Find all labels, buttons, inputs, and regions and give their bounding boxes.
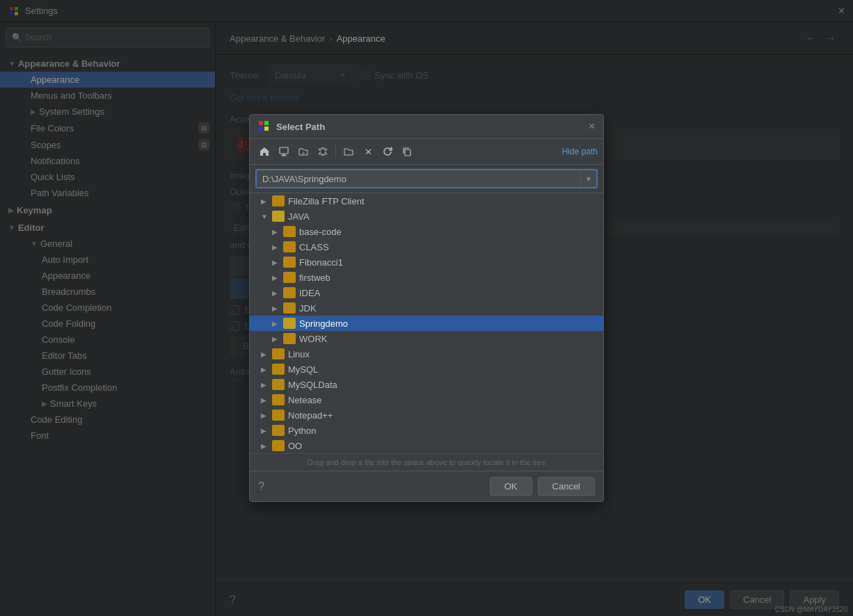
svg-rect-12 — [281, 156, 287, 156]
path-dropdown-button[interactable]: ▼ — [580, 170, 596, 187]
expand-arrow-icon: ▶ — [272, 259, 283, 266]
expand-arrow-icon: ▶ — [261, 350, 272, 358]
toolbar-new-folder-button[interactable] — [340, 143, 358, 160]
toolbar-folder-button[interactable]: + — [294, 143, 312, 160]
expand-arrow-icon: ▶ — [272, 243, 283, 251]
folder-icon — [272, 425, 285, 436]
tree-item-label: WORK — [299, 334, 327, 344]
tree-item-label: firstweb — [299, 273, 330, 283]
expand-arrow-icon: ▶ — [272, 289, 283, 297]
tree-item-label: OO — [288, 441, 302, 451]
folder-icon — [283, 287, 296, 298]
tree-item-label: JAVA — [288, 211, 310, 222]
svg-rect-14 — [405, 149, 410, 156]
svg-rect-10 — [280, 147, 288, 154]
tree-item-label: Linux — [288, 349, 310, 359]
tree-item-fibonacci1[interactable]: ▶ Fibonacci1 — [250, 254, 603, 270]
expand-arrow-icon: ▶ — [261, 381, 272, 389]
svg-rect-6 — [259, 121, 263, 125]
tree-item-label: FileZilla FTP Client — [288, 196, 365, 206]
folder-icon — [283, 257, 296, 268]
dialog-ok-button[interactable]: OK — [490, 477, 532, 496]
expand-arrow-icon: ▼ — [261, 213, 272, 220]
folder-icon — [283, 272, 296, 283]
folder-icon — [283, 226, 296, 237]
path-input-box: ▼ — [255, 169, 598, 188]
tree-item-springdemo[interactable]: ▶ Springdemo — [250, 316, 603, 331]
tree-item-base-code[interactable]: ▶ base-code — [250, 224, 603, 239]
tree-item-linux[interactable]: ▶ Linux — [250, 346, 603, 362]
expand-arrow-icon: ▶ — [261, 427, 272, 435]
path-input[interactable] — [257, 174, 580, 184]
toolbar-expand-button[interactable] — [314, 143, 332, 160]
toolbar-home-button[interactable] — [255, 143, 273, 160]
folder-icon — [272, 394, 285, 405]
svg-rect-9 — [264, 127, 269, 131]
svg-rect-7 — [264, 121, 269, 125]
tree-item-label: Notepad++ — [288, 410, 333, 421]
folder-icon — [272, 211, 285, 222]
tree-item-idea[interactable]: ▶ IDEA — [250, 285, 603, 300]
expand-arrow-icon: ▶ — [261, 412, 272, 419]
folder-icon — [283, 241, 296, 252]
tree-item-netease[interactable]: ▶ Netease — [250, 392, 603, 407]
toolbar-desktop-button[interactable] — [275, 143, 293, 160]
dialog-title: Select Path — [276, 122, 589, 132]
expand-arrow-icon: ▶ — [261, 442, 272, 450]
folder-icon — [283, 302, 296, 314]
dialog-help-icon[interactable]: ? — [258, 480, 264, 493]
dialog-overlay: Select Path × + — [0, 0, 853, 616]
expand-arrow-icon: ▶ — [272, 335, 283, 343]
expand-arrow-icon: ▶ — [261, 366, 272, 373]
folder-icon — [283, 318, 296, 329]
tree-item-mysqldata[interactable]: ▶ MySQLData — [250, 377, 603, 392]
folder-icon — [272, 348, 285, 359]
tree-item-label: IDEA — [299, 288, 320, 298]
tree-item-mysql[interactable]: ▶ MySQL — [250, 362, 603, 377]
dialog-footer: ? OK Cancel — [250, 471, 603, 501]
folder-icon — [272, 440, 285, 451]
tree-item-notepadpp[interactable]: ▶ Notepad++ — [250, 407, 603, 423]
folder-icon — [272, 410, 285, 421]
tree-item-label: CLASS — [299, 242, 329, 252]
svg-rect-8 — [259, 127, 263, 131]
tree-item-filezilla[interactable]: ▶ FileZilla FTP Client — [250, 193, 603, 209]
tree-item-oo[interactable]: ▶ OO — [250, 438, 603, 453]
hide-path-button[interactable]: Hide path — [562, 147, 598, 156]
dialog-cancel-button[interactable]: Cancel — [538, 477, 595, 496]
toolbar-refresh-button[interactable] — [378, 143, 397, 160]
tree-item-python[interactable]: ▶ Python — [250, 423, 603, 438]
svg-text:+: + — [302, 150, 305, 156]
dialog-toolbar: + ✕ Hide path — [250, 139, 603, 165]
main-window: Settings × 🔍 ▼ Appearance & Behavior App… — [0, 0, 853, 616]
dialog-app-icon — [258, 120, 271, 133]
select-path-dialog: Select Path × + — [249, 114, 604, 502]
tree-item-label: Fibonacci1 — [299, 257, 343, 268]
tree-item-label: JDK — [299, 303, 317, 314]
tree-item-java[interactable]: ▼ JAVA — [250, 209, 603, 224]
tree-item-firstweb[interactable]: ▶ firstweb — [250, 270, 603, 285]
folder-icon — [272, 379, 285, 390]
expand-arrow-icon: ▶ — [272, 320, 283, 327]
tree-item-class[interactable]: ▶ CLASS — [250, 239, 603, 254]
tree-item-label: MySQLData — [288, 380, 337, 390]
folder-icon — [272, 364, 285, 375]
tree-item-label: Netease — [288, 395, 321, 405]
toolbar-separator — [335, 145, 336, 158]
dialog-title-bar: Select Path × — [250, 115, 603, 139]
folder-icon — [283, 333, 296, 344]
toolbar-copy-button[interactable] — [398, 143, 416, 160]
tree-item-label: Python — [288, 425, 316, 436]
toolbar-delete-button[interactable]: ✕ — [359, 143, 377, 160]
tree-item-jdk[interactable]: ▶ JDK — [250, 300, 603, 316]
drag-drop-hint: Drag and drop a file into the space abov… — [250, 453, 603, 471]
expand-arrow-icon: ▶ — [272, 228, 283, 236]
tree-item-work[interactable]: ▶ WORK — [250, 331, 603, 346]
tree-item-label: Springdemo — [299, 318, 348, 329]
expand-arrow-icon: ▶ — [272, 305, 283, 312]
svg-rect-11 — [282, 154, 285, 156]
dialog-close-button[interactable]: × — [589, 121, 595, 132]
expand-arrow-icon: ▶ — [261, 197, 272, 205]
dialog-path-input-area: ▼ — [250, 165, 603, 193]
expand-arrow-icon: ▶ — [261, 396, 272, 404]
